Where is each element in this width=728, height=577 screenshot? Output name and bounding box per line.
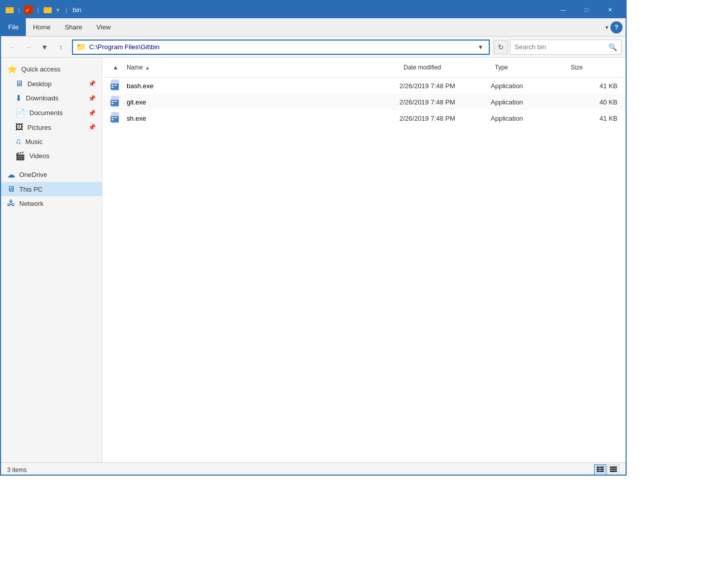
address-input[interactable] (89, 43, 476, 51)
col-header-type[interactable]: Type (491, 62, 567, 73)
file-type: Application (491, 98, 567, 106)
sidebar-item-quick-access[interactable]: ⭐ Quick access (1, 62, 102, 77)
forward-button[interactable]: → (21, 40, 35, 54)
menu-bar: File Home Share View ▾ ? (1, 18, 626, 37)
window-title: bin (72, 6, 552, 14)
sidebar-documents-label: Documents (29, 109, 63, 117)
svg-rect-13 (115, 85, 117, 86)
svg-rect-34 (610, 471, 617, 472)
recent-locations-button[interactable]: ▼ (38, 40, 52, 54)
content-area: ▲ Name ▲ Date modified Type Size (102, 58, 626, 462)
col-name-label: Name (127, 64, 143, 71)
file-name: sh.exe (127, 115, 146, 122)
downloads-icon: ⬇ (15, 93, 22, 103)
file-name: bash.exe (127, 82, 154, 90)
up-button[interactable]: ↑ (54, 40, 68, 54)
address-bar[interactable]: 📁 ▼ (72, 40, 490, 55)
svg-rect-23 (112, 117, 114, 118)
exe-file-icon (111, 112, 123, 124)
col-header-size[interactable]: Size (567, 62, 617, 73)
sidebar-item-pictures[interactable]: 🖼 Pictures 📌 (1, 120, 102, 134)
sidebar-item-network[interactable]: 🖧 Network (1, 196, 102, 210)
sidebar-onedrive-label: OneDrive (19, 171, 47, 178)
window-controls: — □ ✕ (552, 1, 622, 18)
svg-rect-29 (600, 468, 604, 470)
refresh-button[interactable]: ↻ (494, 40, 508, 54)
sidebar: ⭐ Quick access 🖥 Desktop 📌 ⬇ Downloads 📌… (1, 58, 102, 462)
table-row[interactable]: git.exe 2/26/2019 7:48 PM Application 40… (102, 94, 626, 110)
file-list: bash.exe 2/26/2019 7:48 PM Application 4… (102, 78, 626, 126)
menu-chevron-icon[interactable]: ▾ (605, 24, 608, 31)
desktop-icon: 🖥 (15, 79, 23, 88)
minimize-button[interactable]: — (552, 1, 575, 18)
sidebar-item-onedrive[interactable]: ☁ OneDrive (1, 167, 102, 182)
svg-rect-16 (111, 100, 119, 106)
svg-rect-11 (112, 85, 114, 86)
svg-rect-2 (6, 7, 9, 9)
sidebar-item-documents[interactable]: 📄 Documents 📌 (1, 105, 102, 120)
collapse-arrow[interactable]: ▲ (111, 62, 121, 73)
menu-item-home[interactable]: Home (26, 18, 58, 36)
search-input[interactable] (515, 43, 606, 51)
svg-rect-21 (112, 113, 119, 116)
table-row[interactable]: sh.exe 2/26/2019 7:48 PM Application 41 … (102, 110, 626, 126)
pin-icon-downloads: 📌 (88, 95, 96, 102)
svg-rect-10 (111, 84, 119, 90)
svg-rect-18 (112, 103, 114, 104)
file-size: 41 KB (567, 82, 617, 90)
checkmark-icon: ✓ (24, 5, 33, 14)
search-box[interactable]: 🔍 (510, 40, 622, 55)
videos-icon: 🎬 (15, 151, 25, 161)
address-folder-icon: 📁 (76, 42, 86, 52)
help-button[interactable]: ? (610, 21, 623, 33)
onedrive-icon: ☁ (7, 170, 15, 179)
svg-rect-9 (112, 80, 119, 84)
quick-access-icon: ⭐ (7, 64, 17, 74)
sidebar-item-thispc[interactable]: 🖥 This PC (1, 182, 102, 196)
folder-icon (5, 5, 14, 14)
sidebar-item-videos[interactable]: 🎬 Videos (1, 149, 102, 163)
menu-item-share[interactable]: Share (58, 18, 90, 36)
file-size: 41 KB (567, 115, 617, 122)
col-header-date[interactable]: Date modified (399, 62, 491, 73)
svg-text:✓: ✓ (25, 7, 30, 13)
sidebar-pictures-label: Pictures (27, 124, 51, 131)
main-layout: ⭐ Quick access 🖥 Desktop 📌 ⬇ Downloads 📌… (1, 58, 626, 462)
pictures-icon: 🖼 (15, 123, 23, 132)
maximize-button[interactable]: □ (575, 1, 598, 18)
back-button[interactable]: ← (5, 40, 19, 54)
svg-rect-7 (44, 7, 47, 9)
network-icon: 🖧 (7, 199, 15, 208)
pin-icon-desktop: 📌 (88, 80, 96, 87)
svg-rect-15 (112, 96, 119, 100)
file-name-cell: git.exe (111, 96, 399, 108)
file-type: Application (491, 82, 567, 90)
view-buttons (594, 464, 620, 476)
file-date: 2/26/2019 7:48 PM (399, 82, 491, 90)
sidebar-music-label: Music (25, 138, 43, 146)
search-icon: 🔍 (608, 43, 617, 51)
folder2-icon (43, 5, 52, 14)
sidebar-desktop-label: Desktop (27, 80, 52, 88)
list-view-button[interactable] (607, 464, 620, 476)
svg-rect-31 (600, 471, 604, 472)
col-header-name[interactable]: Name ▲ (123, 62, 399, 73)
menu-item-view[interactable]: View (89, 18, 118, 36)
menu-item-file[interactable]: File (1, 18, 26, 36)
file-name-cell: bash.exe (111, 80, 399, 92)
svg-rect-32 (610, 466, 617, 468)
music-icon: ♫ (15, 137, 21, 146)
title-separator3: ▾ (56, 6, 60, 14)
sidebar-item-downloads[interactable]: ⬇ Downloads 📌 (1, 91, 102, 105)
pin-icon-pictures: 📌 (88, 124, 96, 131)
details-view-button[interactable] (594, 464, 606, 476)
pin-icon-documents: 📌 (88, 110, 96, 117)
table-row[interactable]: bash.exe 2/26/2019 7:48 PM Application 4… (102, 78, 626, 94)
sidebar-item-desktop[interactable]: 🖥 Desktop 📌 (1, 77, 102, 91)
close-button[interactable]: ✕ (598, 1, 622, 18)
sidebar-item-music[interactable]: ♫ Music (1, 134, 102, 149)
col-size-label: Size (571, 64, 583, 71)
file-date: 2/26/2019 7:48 PM (399, 115, 491, 122)
svg-rect-17 (112, 101, 114, 102)
address-dropdown-button[interactable]: ▼ (476, 44, 486, 51)
